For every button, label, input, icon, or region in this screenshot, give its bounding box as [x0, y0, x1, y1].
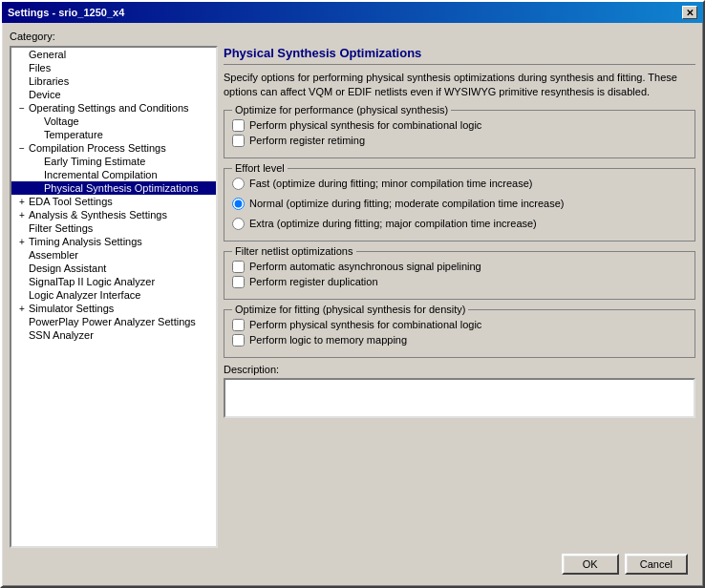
tree-label-physical-synth: Physical Synthesis Optimizations [44, 182, 198, 194]
tree-label-temperature: Temperature [44, 129, 103, 140]
category-tree: GeneralFilesLibrariesDevice−Operating Se… [10, 46, 218, 548]
tree-label-device: Device [29, 89, 61, 100]
density-checkbox-row-1: Perform physical synthesis for combinati… [232, 319, 687, 331]
effort-radios: Fast (optimize during fitting; minor com… [232, 175, 687, 233]
filter-checkbox-row-2: Perform register duplication [232, 276, 687, 288]
effort-radio-normal[interactable] [232, 198, 245, 210]
effort-radio-label-fast: Fast (optimize during fitting; minor com… [249, 178, 533, 189]
tree-expander-analysis[interactable]: + [15, 210, 29, 220]
tree-item-powerplay[interactable]: PowerPlay Power Analyzer Settings [11, 315, 216, 328]
perf-checkbox-row-2: Perform register retiming [232, 135, 687, 147]
tree-item-operating[interactable]: −Operating Settings and Conditions [11, 101, 216, 115]
description-label: Description: [224, 364, 695, 375]
filter-group: Filter netlist optimizations Perform aut… [224, 251, 695, 300]
tree-expander-timing[interactable]: + [15, 237, 29, 247]
tree-label-incremental: Incremental Compilation [44, 169, 158, 180]
close-button[interactable]: ✕ [682, 6, 697, 19]
tree-label-eda-tool: EDA Tool Settings [29, 196, 113, 207]
tree-item-simulator[interactable]: +Simulator Settings [11, 302, 216, 315]
density-group-title: Optimize for fitting (physical synthesis… [232, 304, 468, 315]
bottom-bar: OK Cancel [10, 548, 695, 578]
description-section: Description: [224, 364, 695, 418]
density-checkbox-1[interactable] [232, 319, 245, 331]
tree-item-assembler[interactable]: Assembler [11, 248, 216, 262]
tree-item-design-assist[interactable]: Design Assistant [11, 262, 216, 275]
tree-item-physical-synth[interactable]: Physical Synthesis Optimizations [11, 181, 216, 195]
tree-expander-simulator[interactable]: + [15, 304, 29, 314]
tree-label-analysis: Analysis & Synthesis Settings [29, 209, 167, 220]
tree-item-voltage[interactable]: Voltage [11, 115, 216, 128]
tree-item-temperature[interactable]: Temperature [11, 128, 216, 141]
tree-label-operating: Operating Settings and Conditions [29, 102, 189, 114]
tree-expander-operating[interactable]: − [15, 103, 29, 114]
tree-label-timing: Timing Analysis Settings [29, 236, 142, 247]
tree-item-device[interactable]: Device [11, 88, 216, 101]
cancel-button[interactable]: Cancel [625, 554, 688, 575]
effort-radio-fast[interactable] [232, 178, 245, 190]
main-dialog: Settings - srio_1250_x4 ✕ Category: Gene… [0, 0, 705, 588]
filter-group-title: Filter netlist optimizations [232, 245, 356, 257]
tree-item-general[interactable]: General [11, 48, 216, 61]
effort-radio-label-extra: Extra (optimize during fitting; major co… [249, 218, 537, 229]
tree-label-ssn: SSN Analyzer [29, 329, 94, 341]
tree-item-eda-tool[interactable]: +EDA Tool Settings [11, 195, 216, 208]
perf-group: Optimize for performance (physical synth… [224, 110, 695, 158]
tree-item-libraries[interactable]: Libraries [11, 74, 216, 88]
effort-radio-row-2: Normal (optimize during fitting; moderat… [232, 198, 687, 210]
dialog-title: Settings - srio_1250_x4 [8, 7, 124, 18]
tree-item-signaltap[interactable]: SignalTap II Logic Analyzer [11, 275, 216, 288]
tree-label-early-timing: Early Timing Estimate [44, 156, 145, 167]
density-checkbox-2[interactable] [232, 334, 245, 346]
filter-checkbox-label-2: Perform register duplication [249, 276, 378, 287]
density-checkbox-label-1: Perform physical synthesis for combinati… [249, 319, 481, 330]
tree-label-files: Files [29, 62, 51, 74]
dialog-body: Category: GeneralFilesLibrariesDevice−Op… [2, 23, 703, 586]
tree-expander-compilation[interactable]: − [15, 143, 29, 154]
tree-label-filter: Filter Settings [29, 222, 93, 234]
tree-item-early-timing[interactable]: Early Timing Estimate [11, 155, 216, 168]
perf-checkbox-label-1: Perform physical synthesis for combinati… [249, 119, 481, 131]
tree-item-ssn[interactable]: SSN Analyzer [11, 328, 216, 342]
effort-radio-row-3: Extra (optimize during fitting; major co… [232, 218, 687, 230]
title-bar: Settings - srio_1250_x4 ✕ [2, 2, 703, 23]
density-checkbox-row-2: Perform logic to memory mapping [232, 334, 687, 346]
tree-item-filter[interactable]: Filter Settings [11, 221, 216, 235]
effort-group: Effort level Fast (optimize during fitti… [224, 168, 695, 242]
tree-item-compilation[interactable]: −Compilation Process Settings [11, 141, 216, 155]
tree-expander-eda-tool[interactable]: + [15, 197, 29, 207]
tree-label-logic-analyzer: Logic Analyzer Interface [29, 289, 140, 301]
perf-checkbox-2[interactable] [232, 135, 245, 147]
filter-checkbox-label-1: Perform automatic asynchronous signal pi… [249, 261, 481, 272]
right-panel: Physical Synthesis Optimizations Specify… [224, 46, 695, 548]
tree-label-libraries: Libraries [29, 75, 69, 87]
perf-checkbox-1[interactable] [232, 119, 245, 132]
effort-group-title: Effort level [232, 162, 288, 174]
tree-label-assembler: Assembler [29, 249, 78, 261]
ok-button[interactable]: OK [562, 554, 619, 575]
density-checkbox-label-2: Perform logic to memory mapping [249, 334, 407, 346]
effort-radio-label-normal: Normal (optimize during fitting; moderat… [249, 198, 565, 209]
category-label: Category: [10, 31, 695, 42]
effort-radio-extra[interactable] [232, 218, 245, 230]
perf-checkbox-label-2: Perform register retiming [249, 135, 365, 146]
tree-item-analysis[interactable]: +Analysis & Synthesis Settings [11, 208, 216, 221]
effort-radio-row-1: Fast (optimize during fitting; minor com… [232, 178, 687, 190]
tree-item-files[interactable]: Files [11, 61, 216, 74]
tree-label-signaltap: SignalTap II Logic Analyzer [29, 276, 155, 287]
tree-label-voltage: Voltage [44, 116, 79, 127]
panel-description: Specify options for performing physical … [224, 71, 695, 100]
filter-checkbox-2[interactable] [232, 276, 245, 288]
panel-title: Physical Synthesis Optimizations [224, 46, 695, 65]
tree-label-compilation: Compilation Process Settings [29, 142, 166, 154]
perf-checkbox-row-1: Perform physical synthesis for combinati… [232, 119, 687, 132]
tree-label-simulator: Simulator Settings [29, 303, 114, 314]
tree-item-incremental[interactable]: Incremental Compilation [11, 168, 216, 181]
tree-item-timing[interactable]: +Timing Analysis Settings [11, 235, 216, 248]
main-content: GeneralFilesLibrariesDevice−Operating Se… [10, 46, 695, 548]
filter-checkbox-1[interactable] [232, 261, 245, 273]
description-textarea[interactable] [224, 378, 695, 418]
density-group: Optimize for fitting (physical synthesis… [224, 309, 695, 358]
tree-label-powerplay: PowerPlay Power Analyzer Settings [29, 316, 196, 327]
tree-item-logic-analyzer[interactable]: Logic Analyzer Interface [11, 288, 216, 302]
tree-label-design-assist: Design Assistant [29, 262, 106, 274]
